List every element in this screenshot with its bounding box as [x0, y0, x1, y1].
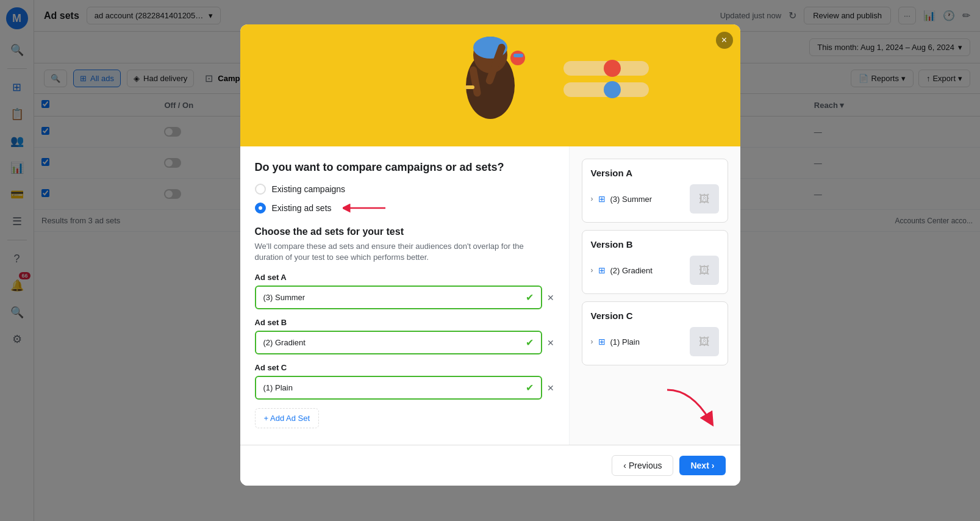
radio-circle-campaigns[interactable] [255, 184, 266, 195]
modal-right: Version A › ⊞ (3) Summer 🖼 Version B › [570, 146, 740, 445]
ad-set-b-group: Ad set B (2) Gradient ✔ ✕ [255, 318, 554, 354]
radio-label-adsets: Existing ad sets [272, 203, 332, 213]
version-a-chevron-icon[interactable]: › [591, 195, 593, 203]
radio-existing-campaigns[interactable]: Existing campaigns [255, 184, 554, 195]
ad-set-a-label: Ad set A [255, 273, 554, 282]
next-button[interactable]: Next › [679, 456, 725, 475]
version-c-thumbnail: 🖼 [690, 327, 719, 356]
ad-set-a-check-icon: ✔ [526, 292, 534, 303]
add-ad-set-button[interactable]: + Add Ad Set [255, 408, 320, 428]
ad-set-c-check-icon: ✔ [526, 382, 534, 393]
radio-group: Existing campaigns Existing ad sets [255, 184, 554, 214]
choose-section-title: Choose the ad sets for your test [255, 226, 554, 237]
version-b-chevron-icon[interactable]: › [591, 266, 593, 275]
modal-close-button[interactable]: × [716, 32, 733, 49]
modal-title: Do you want to compare campaigns or ad s… [255, 161, 554, 174]
ad-set-b-label: Ad set B [255, 318, 554, 327]
ad-set-b-input-row: (2) Gradient ✔ ✕ [255, 331, 554, 354]
version-a-title: Version A [591, 168, 719, 178]
modal: × [240, 24, 740, 486]
version-c-title: Version C [591, 311, 719, 321]
ad-set-c-clear-button[interactable]: ✕ [547, 383, 554, 393]
version-a-item: › ⊞ (3) Summer 🖼 [591, 184, 719, 214]
modal-left: Do you want to compare campaigns or ad s… [240, 146, 570, 445]
ad-set-b-check-icon: ✔ [526, 337, 534, 348]
version-b-item-name: (2) Gradient [610, 266, 653, 275]
version-b-title: Version B [591, 239, 719, 250]
modal-body: Do you want to compare campaigns or ad s… [240, 146, 740, 445]
version-b-card: Version B › ⊞ (2) Gradient 🖼 [582, 230, 728, 294]
next-label: Next [690, 461, 709, 470]
version-a-thumbnail: 🖼 [690, 184, 719, 214]
version-a-item-name: (3) Summer [610, 195, 653, 204]
ad-set-a-clear-button[interactable]: ✕ [547, 293, 554, 303]
arrow-indicator [343, 202, 392, 214]
ad-set-b-value: (2) Gradient [263, 338, 306, 347]
next-chevron-icon: › [712, 461, 715, 470]
ad-set-a-group: Ad set A (3) Summer ✔ ✕ [255, 273, 554, 309]
svg-rect-7 [465, 85, 474, 89]
ad-set-b-clear-button[interactable]: ✕ [547, 338, 554, 348]
ad-set-c-input-row: (1) Plain ✔ ✕ [255, 376, 554, 400]
ad-set-c-input[interactable]: (1) Plain ✔ [255, 376, 542, 400]
previous-button[interactable]: ‹ Previous [612, 455, 673, 476]
radio-existing-adsets[interactable]: Existing ad sets [255, 202, 554, 214]
version-b-thumbnail: 🖼 [690, 256, 719, 285]
radio-circle-adsets[interactable] [255, 203, 266, 214]
previous-label: Previous [629, 461, 662, 470]
next-arrow-indicator [655, 384, 728, 433]
svg-rect-8 [513, 54, 523, 57]
ad-set-b-input[interactable]: (2) Gradient ✔ [255, 331, 542, 354]
version-c-item: › ⊞ (1) Plain 🖼 [591, 327, 719, 356]
ad-set-a-value: (3) Summer [263, 293, 306, 302]
ad-set-a-input-row: (3) Summer ✔ ✕ [255, 286, 554, 309]
version-c-card: Version C › ⊞ (1) Plain 🖼 [582, 301, 728, 365]
hero-illustration [307, 24, 673, 146]
radio-label-campaigns: Existing campaigns [272, 184, 346, 194]
version-a-card: Version A › ⊞ (3) Summer 🖼 [582, 159, 728, 223]
version-b-grid-icon: ⊞ [598, 265, 606, 275]
ad-set-a-input[interactable]: (3) Summer ✔ [255, 286, 542, 309]
version-c-item-name: (1) Plain [610, 337, 640, 347]
version-c-grid-icon: ⊞ [598, 337, 606, 347]
ad-set-c-value: (1) Plain [263, 383, 293, 392]
version-a-grid-icon: ⊞ [598, 194, 606, 204]
version-b-item: › ⊞ (2) Gradient 🖼 [591, 256, 719, 285]
svg-point-11 [604, 60, 621, 77]
svg-point-5 [510, 51, 525, 65]
ad-set-c-group: Ad set C (1) Plain ✔ ✕ [255, 363, 554, 400]
ad-set-c-label: Ad set C [255, 363, 554, 372]
modal-overlay[interactable]: × [0, 0, 980, 521]
choose-section-desc: We'll compare these ad sets and ensure t… [255, 241, 554, 263]
version-c-chevron-icon[interactable]: › [591, 337, 593, 346]
modal-hero [240, 24, 740, 146]
svg-point-12 [604, 81, 621, 98]
modal-footer: ‹ Previous Next › [240, 445, 740, 486]
previous-chevron-icon: ‹ [623, 461, 626, 470]
